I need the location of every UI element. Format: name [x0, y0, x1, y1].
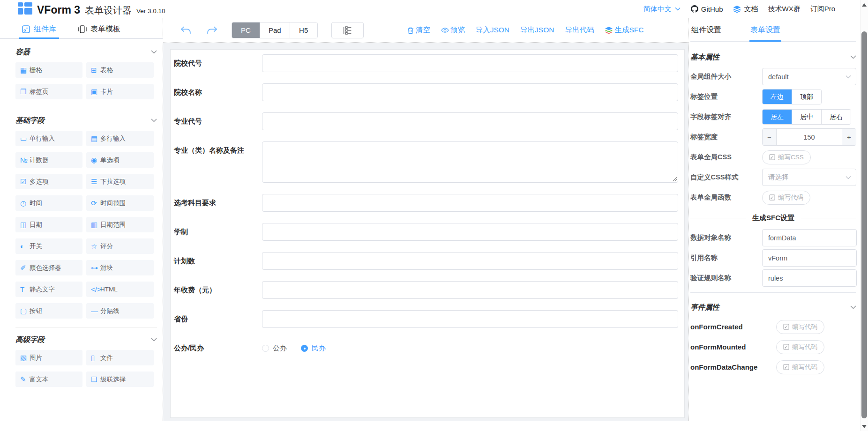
edit-code-button[interactable]: 编写代码	[762, 191, 810, 205]
tab-form-settings[interactable]: 表单设置	[750, 23, 780, 41]
widget-item-图片[interactable]: ▧图片	[15, 350, 82, 365]
text-input[interactable]	[262, 54, 678, 72]
text-input[interactable]	[262, 194, 678, 212]
label-align-right[interactable]: 居右	[821, 110, 851, 124]
docs-link[interactable]: 文档	[733, 5, 758, 14]
widget-item-标签页[interactable]: ❐标签页	[15, 84, 82, 99]
widget-item-评分[interactable]: ☆评分	[86, 238, 154, 254]
radio-option-民办[interactable]: 民办	[301, 344, 326, 353]
scroll-down-icon[interactable]	[862, 425, 867, 428]
outline-button[interactable]	[331, 22, 364, 38]
widget-item-栅格[interactable]: ▦栅格	[15, 62, 82, 78]
widget-item-级联选择[interactable]: ❏级联选择	[86, 372, 154, 387]
widget-item-日期[interactable]: ◫日期	[15, 217, 82, 232]
label-align-left[interactable]: 居左	[763, 110, 792, 124]
widget-item-计数器[interactable]: №计数器	[15, 152, 82, 168]
label-align-center[interactable]: 居中	[792, 110, 821, 124]
form-field-省份[interactable]: 省份	[174, 310, 678, 328]
scroll-up-icon[interactable]	[862, 3, 867, 7]
widget-item-滑块[interactable]: ⊶滑块	[86, 260, 154, 275]
widget-item-颜色选择器[interactable]: ✐颜色选择器	[15, 260, 82, 275]
text-input[interactable]	[262, 83, 678, 101]
text-input[interactable]	[262, 310, 678, 328]
action-导出代码[interactable]: 导出代码	[565, 25, 594, 35]
widget-item-单选项[interactable]: ◉单选项	[86, 152, 154, 168]
widget-item-开关[interactable]: ◐开关	[15, 238, 82, 254]
form-field-院校名称[interactable]: 院校名称	[174, 83, 678, 101]
widget-item-多选项[interactable]: ☑多选项	[15, 174, 82, 189]
widget-item-单行输入[interactable]: ▭单行输入	[15, 131, 82, 146]
undo-button[interactable]	[180, 25, 192, 36]
action-清空[interactable]: 清空	[407, 25, 430, 35]
radio-option-公办[interactable]: 公办	[262, 344, 287, 353]
custom-class-select[interactable]: 请选择	[762, 169, 856, 186]
device-pad-button[interactable]: Pad	[260, 22, 290, 38]
form-field-年收费（元）[interactable]: 年收费（元）	[174, 281, 678, 299]
section-header[interactable]: 基础字段	[15, 110, 159, 131]
edit-code-button[interactable]: 编写代码	[776, 320, 824, 334]
data-object-input[interactable]	[762, 229, 857, 246]
widget-item-下拉选项[interactable]: ☰下拉选项	[86, 174, 154, 189]
widget-item-文件[interactable]: ▯文件	[86, 350, 154, 365]
text-input[interactable]	[262, 223, 678, 241]
wx-group-link[interactable]: 技术WX群	[768, 5, 800, 14]
resize-handle-icon[interactable]	[673, 177, 677, 181]
form-field-选考科目要求[interactable]: 选考科目要求	[174, 194, 678, 212]
device-h5-button[interactable]: H5	[290, 22, 317, 38]
section-header[interactable]: 高级字段	[15, 329, 159, 350]
widget-size-select[interactable]: default	[762, 68, 856, 85]
scrollbar-thumb[interactable]	[861, 31, 867, 418]
form-field-专业（类）名称及备注[interactable]: 专业（类）名称及备注	[174, 141, 678, 183]
github-link[interactable]: GitHub	[690, 5, 723, 13]
widget-item-时间[interactable]: ◷时间	[15, 195, 82, 211]
edit-code-button[interactable]: 编写代码	[776, 360, 824, 374]
section-header[interactable]: 容器	[15, 42, 159, 62]
label-position-top[interactable]: 顶部	[792, 89, 821, 104]
widget-item-日期范围[interactable]: ▥日期范围	[86, 217, 154, 232]
text-input[interactable]	[262, 252, 678, 270]
label-position-left[interactable]: 左边	[763, 89, 792, 104]
label-width-value[interactable]: 150	[777, 129, 842, 145]
tab-widget-settings[interactable]: 组件设置	[691, 23, 721, 41]
widget-item-HTML[interactable]: </>HTML	[86, 282, 154, 297]
event-props-header[interactable]: 事件属性	[690, 297, 856, 318]
decrease-button[interactable]: −	[763, 129, 777, 145]
textarea-input[interactable]	[262, 141, 678, 183]
widget-item-静态文字[interactable]: T静态文字	[15, 282, 82, 297]
github-icon	[690, 5, 699, 13]
widget-item-表格[interactable]: ⊞表格	[86, 62, 154, 78]
form-field-院校代号[interactable]: 院校代号	[174, 54, 678, 72]
form-card: 院校代号院校名称专业代号专业（类）名称及备注选考科目要求学制计划数年收费（元）省…	[170, 49, 685, 418]
widget-item-label: 按钮	[30, 307, 42, 315]
widget-item-时间范围[interactable]: ⟳时间范围	[86, 195, 154, 211]
form-canvas[interactable]: 院校代号院校名称专业代号专业（类）名称及备注选考科目要求学制计划数年收费（元）省…	[163, 43, 688, 421]
increase-button[interactable]: +	[842, 129, 856, 145]
form-field-公办/民办[interactable]: 公办/民办公办民办	[174, 339, 678, 357]
widget-item-卡片[interactable]: ▣卡片	[86, 84, 154, 99]
text-input[interactable]	[262, 281, 678, 299]
rules-name-input[interactable]	[762, 269, 857, 287]
form-field-计划数[interactable]: 计划数	[174, 252, 678, 270]
text-input[interactable]	[262, 112, 678, 130]
page-scrollbar[interactable]	[860, 0, 868, 431]
action-导出JSON[interactable]: 导出JSON	[520, 25, 554, 35]
action-导入JSON[interactable]: 导入JSON	[476, 25, 509, 35]
widget-item-富文本[interactable]: ✎富文本	[15, 372, 82, 387]
edit-code-button[interactable]: 编写代码	[776, 340, 824, 354]
widget-item-按钮[interactable]: ▢按钮	[15, 303, 82, 319]
form-field-专业代号[interactable]: 专业代号	[174, 112, 678, 130]
language-select[interactable]: 简体中文	[644, 5, 681, 14]
form-field-学制[interactable]: 学制	[174, 223, 678, 241]
edit-css-button[interactable]: 编写CSS	[762, 150, 811, 164]
basic-props-header[interactable]: 基本属性	[690, 46, 856, 68]
redo-button[interactable]	[206, 25, 218, 36]
ref-name-input[interactable]	[762, 249, 857, 267]
device-pc-button[interactable]: PC	[232, 22, 260, 38]
widget-item-分隔线[interactable]: —分隔线	[86, 303, 154, 319]
subscribe-pro-link[interactable]: 订阅Pro	[810, 5, 835, 14]
tab-widget-library[interactable]: 组件库	[22, 23, 56, 38]
widget-item-多行输入[interactable]: ▤多行输入	[86, 131, 154, 146]
action-生成SFC[interactable]: 生成SFC	[605, 25, 644, 35]
tab-form-template[interactable]: 表单模板	[78, 23, 120, 38]
action-预览[interactable]: 预览	[441, 25, 465, 35]
